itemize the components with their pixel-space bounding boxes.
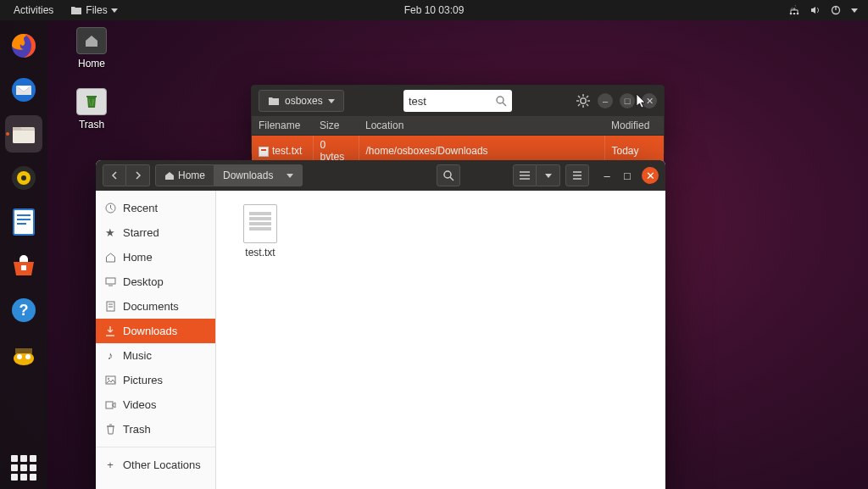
app-menu-label: Files	[86, 4, 107, 16]
clock[interactable]: Feb 10 03:09	[404, 4, 465, 16]
maximize-button[interactable]: □	[621, 169, 633, 181]
catfish-window[interactable]: osboxes – □ ✕ Filename Size Location Mod…	[251, 85, 665, 154]
dock-software[interactable]	[5, 247, 42, 285]
dock-help[interactable]: ?	[5, 292, 42, 329]
dock-firefox[interactable]	[5, 27, 42, 64]
cell-filename: test.txt	[272, 145, 302, 157]
sidebar-label: Pictures	[123, 374, 163, 386]
sidebar-item-home[interactable]: Home	[96, 245, 215, 270]
view-toggle-button[interactable]	[513, 164, 537, 186]
sidebar-item-music[interactable]: ♪ Music	[96, 343, 215, 368]
dock-rhythmbox[interactable]	[5, 159, 42, 197]
nav-back-forward	[103, 164, 150, 186]
svg-point-22	[25, 354, 31, 359]
dock-files[interactable]	[5, 115, 42, 153]
dock-libreoffice-writer[interactable]	[5, 203, 42, 241]
app-menu[interactable]: Files	[64, 3, 124, 18]
show-applications-button[interactable]	[0, 455, 47, 481]
dock-thunderbird[interactable]	[5, 71, 42, 108]
home-icon	[104, 253, 116, 263]
search-icon	[495, 95, 507, 107]
forward-button[interactable]	[126, 164, 150, 186]
catfish-headerbar[interactable]: osboxes – □ ✕	[252, 86, 664, 116]
svg-rect-20	[15, 348, 32, 353]
catfish-settings-button[interactable]	[576, 93, 591, 108]
sidebar-label: Other Locations	[123, 458, 201, 471]
svg-line-31	[578, 96, 580, 97]
svg-point-0	[790, 13, 793, 15]
videos-icon	[104, 401, 116, 409]
nautilus-headerbar[interactable]: Home Downloads – □ ✕	[96, 160, 665, 191]
sidebar-item-other-locations[interactable]: + Other Locations	[96, 453, 215, 477]
system-menu-chevron-icon[interactable]	[851, 8, 858, 13]
catfish-path-label: osboxes	[285, 95, 323, 107]
folder-icon	[70, 5, 82, 15]
sidebar-item-pictures[interactable]: Pictures	[96, 368, 215, 392]
documents-icon	[104, 301, 116, 312]
sidebar-label: Downloads	[123, 325, 177, 337]
view-dropdown-button[interactable]	[537, 164, 560, 186]
crumb-home[interactable]: Home	[155, 164, 214, 186]
close-button[interactable]: ✕	[642, 167, 659, 184]
text-file-icon	[259, 147, 269, 157]
svg-rect-8	[13, 131, 35, 143]
trash-icon	[76, 88, 107, 115]
view-controls	[513, 164, 560, 186]
svg-rect-13	[17, 214, 31, 216]
catfish-search-input[interactable]	[409, 95, 485, 108]
dock-extra-app[interactable]	[5, 336, 42, 373]
minimize-button[interactable]: –	[601, 169, 613, 181]
sidebar-label: Trash	[123, 423, 151, 436]
activities-button[interactable]: Activities	[7, 3, 60, 18]
power-icon[interactable]	[831, 5, 841, 15]
nautilus-sidebar: Recent ★ Starred Home Desktop	[96, 191, 216, 489]
desktop-trash-icon[interactable]: Trash	[66, 88, 117, 131]
sidebar-item-starred[interactable]: ★ Starred	[96, 220, 215, 245]
hamburger-menu-button[interactable]	[565, 164, 589, 186]
network-icon[interactable]	[788, 5, 800, 15]
svg-text:?: ?	[19, 302, 29, 319]
svg-point-26	[581, 98, 586, 103]
catfish-close-button[interactable]: ✕	[642, 93, 657, 108]
sidebar-item-recent[interactable]: Recent	[96, 196, 215, 220]
desktop-icons: Home Trash	[66, 27, 117, 131]
svg-point-21	[17, 354, 22, 359]
folder-icon	[268, 96, 280, 106]
column-filename[interactable]: Filename	[252, 116, 313, 136]
pictures-icon	[104, 375, 116, 385]
column-size[interactable]: Size	[313, 116, 359, 136]
file-item[interactable]: test.txt	[230, 204, 291, 258]
crumb-downloads[interactable]: Downloads	[214, 164, 303, 186]
file-name-label: test.txt	[245, 247, 275, 258]
nautilus-window[interactable]: Home Downloads – □ ✕	[96, 160, 665, 489]
svg-point-24	[497, 97, 504, 103]
sidebar-item-documents[interactable]: Documents	[96, 294, 215, 319]
svg-point-35	[444, 171, 451, 178]
running-indicator-icon	[6, 132, 9, 136]
column-modified[interactable]: Modified	[604, 116, 664, 136]
svg-rect-12	[14, 209, 34, 235]
sidebar-item-downloads[interactable]: Downloads	[96, 319, 215, 343]
sidebar-item-videos[interactable]: Videos	[96, 392, 215, 417]
back-button[interactable]	[103, 164, 126, 186]
trash-icon	[104, 424, 116, 435]
search-button[interactable]	[437, 164, 460, 186]
launcher-dock: ?	[0, 20, 47, 489]
volume-icon[interactable]	[810, 5, 821, 15]
catfish-maximize-button[interactable]: □	[620, 93, 635, 108]
svg-point-2	[797, 13, 799, 15]
catfish-search-field[interactable]	[403, 90, 512, 112]
sidebar-item-trash[interactable]: Trash	[96, 417, 215, 442]
catfish-path-button[interactable]: osboxes	[259, 90, 344, 112]
sidebar-label: Home	[123, 251, 153, 264]
sidebar-item-desktop[interactable]: Desktop	[96, 270, 215, 294]
column-location[interactable]: Location	[359, 116, 604, 136]
svg-rect-15	[17, 223, 26, 225]
nautilus-content[interactable]: test.txt	[216, 191, 665, 489]
catfish-minimize-button[interactable]: –	[598, 93, 613, 108]
star-icon: ★	[104, 226, 116, 239]
desktop-icon	[104, 277, 116, 286]
desktop-home-icon[interactable]: Home	[66, 27, 117, 69]
text-file-icon	[243, 204, 277, 243]
svg-line-33	[587, 96, 588, 97]
